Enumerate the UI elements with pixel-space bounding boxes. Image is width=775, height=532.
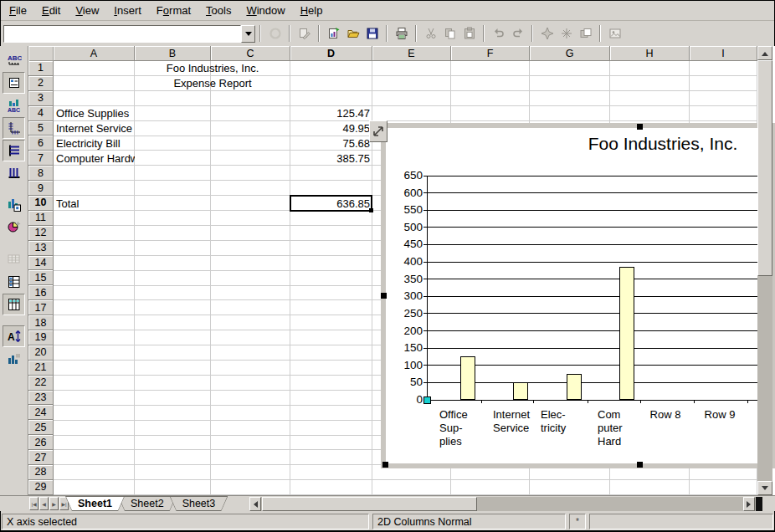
data-in-columns-button[interactable] [3,294,25,315]
next-sheet-button[interactable]: ▶ [49,497,59,510]
save-icon[interactable] [362,23,382,43]
row-header-19[interactable]: 19 [28,330,54,345]
row-header-10[interactable]: 10 [28,196,54,211]
sheet-tab-sheet3[interactable]: Sheet3 [170,496,228,511]
stop-icon[interactable] [265,23,285,43]
row-header-4[interactable]: 4 [28,106,54,121]
select-all-corner[interactable] [28,46,54,61]
new-document-icon[interactable] [324,23,343,43]
column-header-D[interactable]: D [290,46,372,61]
menu-window[interactable]: Window [239,2,292,19]
row-header-9[interactable]: 9 [28,181,54,196]
copy-icon[interactable] [440,23,459,43]
cell-A6[interactable]: Electricity Bill [54,136,135,151]
row-header-11[interactable]: 11 [28,211,54,226]
stylist-icon[interactable] [557,23,576,43]
open-icon[interactable] [343,23,362,43]
chart-resize-handle[interactable] [381,293,387,299]
menu-format[interactable]: Format [149,2,198,19]
cell-D4[interactable]: 125.47 [290,106,372,121]
url-dropdown-button[interactable] [241,25,255,43]
horizontal-scroll-thumb[interactable] [262,497,477,511]
menu-edit[interactable]: Edit [34,2,68,19]
column-header-E[interactable]: E [372,46,451,61]
x-axis-selection-handle[interactable] [423,396,431,404]
column-header-G[interactable]: G [530,46,610,61]
print-icon[interactable] [392,23,411,43]
scroll-right-button[interactable] [743,497,755,511]
legend-on-off-button[interactable] [3,72,25,94]
menu-view[interactable]: View [68,2,106,19]
row-header-14[interactable]: 14 [28,256,54,271]
cell-A4[interactable]: Office Supplies [54,106,135,121]
row-header-8[interactable]: 8 [28,166,54,181]
row-header-25[interactable]: 25 [28,420,54,435]
row-header-22[interactable]: 22 [28,376,54,391]
cell-A10[interactable]: Total [54,196,135,211]
title-on-off-button[interactable]: ABC [3,49,25,71]
row-header-5[interactable]: 5 [28,121,54,136]
first-sheet-button[interactable]: |◀ [29,497,38,510]
undo-icon[interactable] [489,23,508,43]
edit-file-icon[interactable] [295,23,314,43]
menu-tools[interactable]: Tools [198,2,239,19]
row-header-27[interactable]: 27 [28,450,54,465]
scroll-up-button[interactable] [757,46,772,60]
row-header-23[interactable]: 23 [28,391,54,406]
row-header-18[interactable]: 18 [28,315,54,330]
cell-A5[interactable]: Internet Service [54,121,135,136]
row-header-15[interactable]: 15 [28,270,54,285]
row-header-7[interactable]: 7 [28,151,54,166]
column-header-A[interactable]: A [54,46,135,61]
row-header-24[interactable]: 24 [28,405,54,420]
chart-object[interactable]: Foo Industries, Inc. 0501001502002503003… [381,123,775,468]
redo-icon[interactable] [508,23,527,43]
row-header-21[interactable]: 21 [28,361,54,376]
horizontal-grid-on-off-button[interactable] [3,140,25,161]
row-header-29[interactable]: 29 [28,480,54,495]
documents-icon[interactable] [576,23,595,43]
chart-canvas[interactable]: Foo Industries, Inc. 0501001502002503003… [386,128,770,463]
vertical-grid-on-off-button[interactable] [3,162,25,184]
bar-internet-service[interactable] [513,382,528,400]
menu-file[interactable]: File [2,2,34,19]
paste-icon[interactable] [459,23,479,43]
scale-text-button[interactable]: A [3,325,25,347]
column-header-B[interactable]: B [135,46,211,61]
previous-sheet-button[interactable]: ◀ [39,497,49,510]
x-category-label[interactable]: ComputerHard [586,408,639,448]
column-header-H[interactable]: H [610,46,690,61]
cell-A7[interactable]: Computer Hardware [54,151,135,166]
fill-handle[interactable] [369,208,373,212]
chart-resize-handle[interactable] [637,124,643,130]
url-combobox[interactable] [3,25,255,43]
vertical-scrollbar[interactable] [757,46,772,495]
cell-D6[interactable]: 75.68 [290,136,372,151]
cell-B1-C1[interactable]: Foo Industries, Inc. [135,61,290,76]
show-axis-descriptions-button[interactable] [3,117,25,139]
row-header-13[interactable]: 13 [28,241,54,256]
menu-help[interactable]: Help [293,2,331,19]
cell-D7[interactable]: 385.75 [290,151,372,166]
row-header-3[interactable]: 3 [28,91,54,106]
column-header-I[interactable]: I [690,46,757,61]
column-header-C[interactable]: C [211,46,290,61]
edit-chart-type-button[interactable] [3,194,25,216]
x-category-label[interactable]: Elec-tricity [529,408,583,435]
row-header-17[interactable]: 17 [28,300,54,315]
x-category-label[interactable]: Row 8 [639,408,692,422]
x-category-label[interactable]: Row 9 [693,408,747,422]
autoformat-chart-button[interactable] [3,217,25,238]
bar-office-supplies[interactable] [460,356,475,400]
row-header-20[interactable]: 20 [28,345,54,361]
chart-resize-handle[interactable] [382,462,388,468]
row-header-16[interactable]: 16 [28,285,54,300]
chart-resize-handle[interactable] [637,462,643,468]
row-header-12[interactable]: 12 [28,226,54,241]
navigator-icon[interactable] [537,23,557,43]
url-input[interactable] [3,25,241,43]
cell-B2-C2[interactable]: Expense Report [135,76,290,91]
row-header-26[interactable]: 26 [28,435,54,450]
horizontal-scrollbar[interactable] [249,497,757,511]
menu-insert[interactable]: Insert [106,2,149,19]
